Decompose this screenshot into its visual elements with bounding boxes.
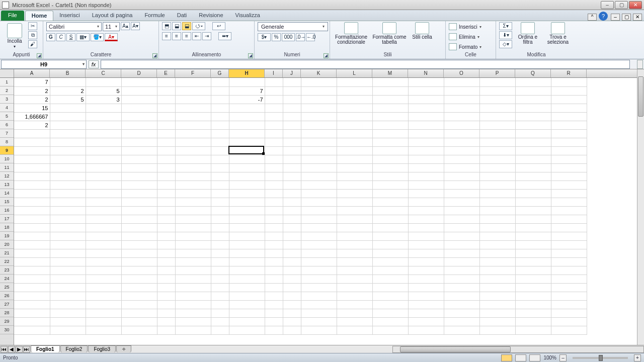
cell[interactable] bbox=[479, 155, 515, 163]
cell[interactable] bbox=[14, 283, 50, 292]
cell[interactable] bbox=[479, 232, 515, 240]
cell[interactable] bbox=[121, 266, 157, 275]
cell[interactable] bbox=[372, 104, 408, 112]
clear-icon[interactable]: ◇▾ bbox=[499, 40, 512, 48]
cell[interactable] bbox=[372, 249, 408, 257]
cell[interactable] bbox=[211, 317, 229, 326]
cell[interactable] bbox=[408, 138, 444, 146]
cell[interactable] bbox=[175, 257, 211, 266]
cell[interactable] bbox=[229, 146, 265, 155]
row-header[interactable]: 11 bbox=[0, 163, 14, 172]
cell[interactable] bbox=[337, 146, 372, 155]
cell[interactable] bbox=[372, 292, 408, 300]
cell[interactable] bbox=[229, 326, 265, 334]
cell[interactable] bbox=[372, 223, 408, 232]
cell[interactable] bbox=[265, 266, 283, 275]
cell[interactable] bbox=[479, 275, 515, 283]
cell[interactable] bbox=[121, 326, 157, 334]
cell[interactable] bbox=[515, 223, 551, 232]
cell[interactable] bbox=[515, 232, 551, 240]
cell[interactable] bbox=[229, 163, 265, 172]
cell[interactable] bbox=[551, 198, 587, 206]
view-pagelayout-button[interactable] bbox=[515, 354, 526, 361]
percent-icon[interactable]: % bbox=[272, 33, 281, 41]
cell[interactable] bbox=[86, 163, 121, 172]
cell[interactable] bbox=[229, 223, 265, 232]
cell[interactable] bbox=[479, 172, 515, 180]
cell[interactable] bbox=[50, 180, 86, 189]
cell[interactable] bbox=[283, 215, 301, 223]
cell[interactable] bbox=[121, 95, 157, 104]
cell[interactable] bbox=[301, 240, 337, 249]
cell[interactable] bbox=[50, 198, 86, 206]
cell[interactable] bbox=[175, 78, 211, 86]
cell[interactable] bbox=[337, 275, 372, 283]
cell[interactable] bbox=[175, 112, 211, 121]
zoom-in-button[interactable]: + bbox=[634, 354, 641, 361]
cell[interactable] bbox=[283, 317, 301, 326]
paste-button[interactable]: Incolla ▾ bbox=[3, 22, 26, 49]
cell[interactable] bbox=[408, 78, 444, 86]
cell[interactable] bbox=[175, 232, 211, 240]
bold-button[interactable]: G bbox=[46, 33, 55, 41]
sheet-tab[interactable]: Foglio1 bbox=[31, 345, 60, 352]
cell[interactable] bbox=[283, 275, 301, 283]
cell[interactable] bbox=[515, 292, 551, 300]
cell[interactable] bbox=[265, 240, 283, 249]
row-header[interactable]: 2 bbox=[0, 86, 14, 95]
cell[interactable] bbox=[479, 257, 515, 266]
cell[interactable] bbox=[301, 206, 337, 215]
cell[interactable] bbox=[479, 95, 515, 104]
cell[interactable] bbox=[50, 163, 86, 172]
cell[interactable] bbox=[157, 257, 175, 266]
cell[interactable] bbox=[301, 275, 337, 283]
cell[interactable] bbox=[265, 155, 283, 163]
cell[interactable] bbox=[265, 129, 283, 138]
cell[interactable] bbox=[337, 172, 372, 180]
merge-cells-icon[interactable]: ⬌▾ bbox=[218, 32, 231, 40]
cell[interactable] bbox=[515, 155, 551, 163]
cell[interactable] bbox=[479, 189, 515, 198]
cell[interactable] bbox=[372, 78, 408, 86]
row-header[interactable]: 20 bbox=[0, 240, 14, 249]
cell[interactable] bbox=[372, 86, 408, 95]
cell[interactable] bbox=[444, 198, 479, 206]
cell[interactable] bbox=[50, 206, 86, 215]
cell[interactable] bbox=[551, 206, 587, 215]
column-header[interactable]: E bbox=[157, 69, 175, 77]
cell[interactable] bbox=[211, 146, 229, 155]
cell[interactable] bbox=[265, 206, 283, 215]
cell[interactable] bbox=[265, 189, 283, 198]
cell[interactable] bbox=[283, 163, 301, 172]
cell[interactable] bbox=[265, 283, 283, 292]
cell[interactable] bbox=[301, 180, 337, 189]
cell[interactable] bbox=[479, 138, 515, 146]
cell[interactable] bbox=[551, 155, 587, 163]
cell-grid[interactable]: 72257253-7151,6666672 bbox=[14, 78, 644, 345]
cell[interactable] bbox=[515, 215, 551, 223]
cell[interactable] bbox=[50, 104, 86, 112]
cell[interactable] bbox=[175, 95, 211, 104]
cell[interactable] bbox=[551, 189, 587, 198]
cell[interactable] bbox=[337, 266, 372, 275]
cell[interactable] bbox=[408, 300, 444, 309]
cell[interactable] bbox=[229, 180, 265, 189]
row-header[interactable]: 17 bbox=[0, 215, 14, 223]
cell[interactable] bbox=[283, 121, 301, 129]
cell[interactable] bbox=[265, 104, 283, 112]
column-header[interactable]: D bbox=[121, 69, 157, 77]
cell[interactable] bbox=[479, 198, 515, 206]
cell[interactable] bbox=[157, 223, 175, 232]
cell[interactable] bbox=[121, 155, 157, 163]
close-button[interactable]: ✕ bbox=[629, 1, 642, 9]
cell[interactable] bbox=[211, 240, 229, 249]
cell[interactable] bbox=[301, 283, 337, 292]
cell[interactable] bbox=[265, 198, 283, 206]
cell[interactable] bbox=[479, 223, 515, 232]
format-cells-button[interactable]: Formato▾ bbox=[449, 42, 481, 51]
alignment-launcher[interactable]: ◢ bbox=[248, 53, 253, 58]
sheet-nav-last[interactable]: ⏭ bbox=[23, 346, 30, 353]
cell[interactable]: 2 bbox=[14, 86, 50, 95]
cell[interactable] bbox=[50, 138, 86, 146]
cell[interactable] bbox=[444, 232, 479, 240]
